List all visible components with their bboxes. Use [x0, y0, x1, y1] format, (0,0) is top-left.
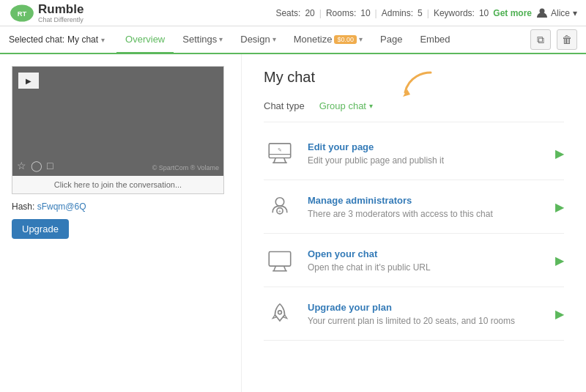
chat-preview: ▶ ☆ ◯ □ © SpartCom ® Volame Click here t… [12, 66, 224, 194]
star-icon: ☆ [17, 160, 26, 171]
keywords-val: 10 [479, 8, 489, 18]
manage-admins-desc: There are 3 moderators with access to th… [308, 209, 544, 219]
header-stats: Seats: 20 | Rooms: 10 | Admins: 5 | Keyw… [275, 7, 577, 19]
nav-embed[interactable]: Embed [411, 26, 459, 54]
get-more-link[interactable]: Get more [493, 8, 532, 18]
rooms-val: 10 [360, 8, 370, 18]
open-chat-arrow: ▶ [555, 254, 564, 267]
square-icon: □ [47, 160, 53, 171]
upgrade-button[interactable]: Upgrade [12, 219, 69, 239]
chat-type-value: Group chat [319, 100, 366, 111]
svg-line-5 [274, 158, 275, 163]
selected-chat-name: My chat [67, 34, 98, 45]
monetize-badge: $0.00 [334, 35, 357, 44]
rooms-label: Rooms: [326, 8, 356, 18]
play-icon: ▶ [26, 77, 31, 85]
chat-type-row: Chat type Group chat ▾ [264, 100, 564, 122]
edit-page-desc: Edit your public page and publish it [308, 155, 544, 166]
admins-val: 5 [418, 8, 423, 18]
logo-area: RT Rumble Chat Differently [9, 2, 84, 24]
open-chat-desc: Open the chat in it's public URL [308, 262, 544, 273]
rocket-icon [267, 300, 293, 327]
nav-overview[interactable]: Overview [116, 26, 174, 54]
preview-watermark: © SpartCom ® Volame [152, 164, 219, 171]
edit-page-title: Edit your page [308, 141, 544, 152]
svg-line-15 [274, 266, 275, 271]
page-title: My chat [264, 69, 564, 86]
circle-icon: ◯ [31, 160, 42, 171]
nav-design[interactable]: Design ▾ [231, 26, 284, 54]
admins-label: Admins: [382, 8, 413, 18]
upgrade-plan-title: Upgrade your plan [308, 302, 544, 313]
logo-sub: Chat Differently [38, 17, 84, 23]
chat-type-label: Chat type [264, 100, 305, 111]
main-content: ▶ ☆ ◯ □ © SpartCom ® Volame Click here t… [0, 54, 586, 392]
svg-text:✎: ✎ [278, 147, 282, 152]
selected-chat-prefix: Selected chat: [9, 34, 64, 45]
upgrade-plan-arrow: ▶ [555, 307, 564, 321]
manage-admins-title: Manage administrators [308, 195, 544, 206]
action-manage-admins[interactable]: + Manage administrators There are 3 mode… [264, 180, 564, 234]
nav-page[interactable]: Page [371, 26, 411, 54]
nav-bar: Selected chat: My chat ▾ Overview Settin… [0, 26, 586, 54]
keywords-label: Keywords: [434, 8, 475, 18]
svg-point-18 [278, 311, 282, 314]
svg-text:+: + [278, 208, 281, 215]
delete-button[interactable]: 🗑 [557, 29, 577, 50]
seats-label: Seats: [275, 8, 300, 18]
user-dropdown-arrow: ▾ [573, 8, 577, 18]
user-menu[interactable]: Alice ▾ [536, 7, 577, 19]
logo-icon: RT [9, 2, 35, 24]
chat-type-arrow: ▾ [369, 102, 373, 110]
nav-monetize[interactable]: Monetize $0.00 ▾ [285, 26, 371, 54]
selected-chat[interactable]: Selected chat: My chat ▾ [9, 34, 105, 45]
svg-line-6 [284, 158, 286, 163]
user-icon [536, 7, 548, 19]
action-open-chat[interactable]: Open your chat Open the chat in it's pub… [264, 234, 564, 287]
copy-icon: ⧉ [537, 34, 544, 46]
svg-line-16 [284, 266, 286, 271]
nav-actions: ⧉ 🗑 [530, 29, 577, 50]
right-panel: My chat Chat type Group chat ▾ ✎ [242, 54, 586, 392]
left-panel: ▶ ☆ ◯ □ © SpartCom ® Volame Click here t… [0, 54, 242, 392]
svg-point-10 [275, 198, 283, 206]
monitor2-icon [267, 247, 293, 273]
join-conversation[interactable]: Click here to join the conversation... [12, 176, 223, 193]
play-button[interactable]: ▶ [18, 73, 39, 89]
seats-val: 20 [305, 8, 314, 18]
trash-icon: 🗑 [562, 34, 572, 45]
manage-admins-icon-area: + [264, 191, 296, 223]
logo-text: Rumble [38, 2, 84, 16]
action-upgrade-plan[interactable]: Upgrade your plan Your current plan is l… [264, 287, 564, 341]
selected-chat-arrow: ▾ [101, 36, 105, 44]
edit-page-icon-area: ✎ [264, 137, 296, 169]
upgrade-plan-desc: Your current plan is limited to 20 seats… [308, 316, 544, 326]
hash-line: Hash: sFwqm@6Q [12, 201, 229, 212]
user-name: Alice [551, 8, 570, 18]
person-icon: + [267, 193, 293, 220]
chat-type-dropdown[interactable]: Group chat ▾ [319, 100, 373, 111]
svg-text:RT: RT [18, 10, 27, 17]
hash-prefix: Hash: [12, 201, 34, 212]
svg-rect-14 [269, 252, 290, 267]
hash-value[interactable]: sFwqm@6Q [37, 201, 86, 212]
nav-settings[interactable]: Settings ▾ [174, 26, 231, 54]
open-chat-icon-area [264, 244, 296, 276]
open-chat-title: Open your chat [308, 248, 544, 259]
upgrade-plan-icon-area [264, 297, 296, 330]
edit-page-arrow: ▶ [555, 147, 564, 160]
copy-button[interactable]: ⧉ [530, 29, 551, 50]
action-edit-page[interactable]: ✎ Edit your page Edit your public page a… [264, 127, 564, 180]
monitor-icon: ✎ [267, 140, 293, 166]
manage-admins-arrow: ▶ [555, 200, 564, 214]
top-header: RT Rumble Chat Differently Seats: 20 | R… [0, 0, 586, 26]
